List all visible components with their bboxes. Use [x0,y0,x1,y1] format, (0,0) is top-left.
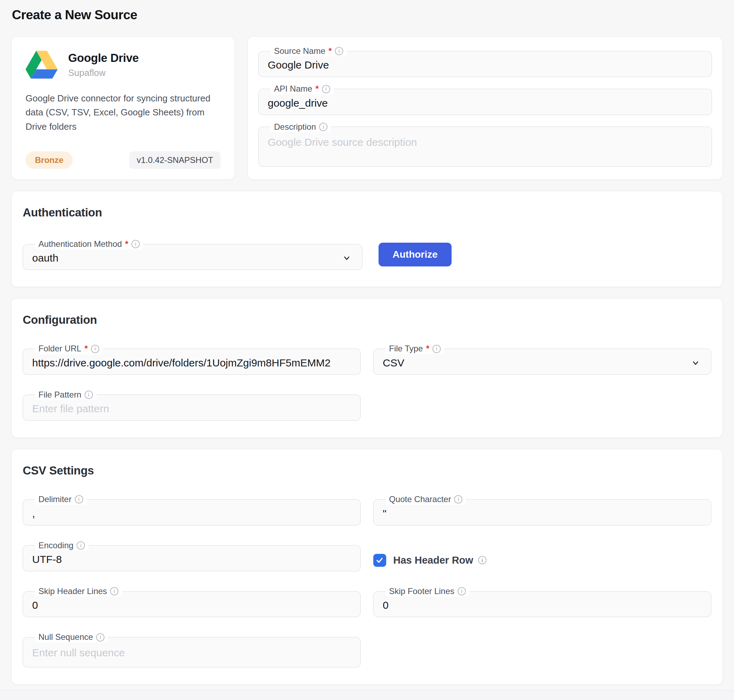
skip-header-lines-field: Skip Header Lines [23,586,361,617]
source-name-field: Source Name * [258,46,712,77]
delimiter-field: Delimiter [23,494,361,525]
info-icon[interactable] [319,123,327,131]
info-icon[interactable] [131,240,140,248]
info-icon[interactable] [322,85,330,93]
checkmark-icon [375,556,384,565]
api-name-field: API Name * [258,84,712,115]
has-header-row-checkbox[interactable] [373,554,386,567]
tier-badge: Bronze [25,151,73,169]
connector-titles: Google Drive Supaflow [68,51,139,78]
delimiter-input[interactable] [31,505,352,522]
info-icon[interactable] [454,495,462,503]
info-icon[interactable] [76,541,85,550]
field-label-text: Skip Header Lines [38,587,107,596]
null-sequence-label: Null Sequence [35,632,108,642]
page-footer-divider [0,690,734,700]
configuration-heading: Configuration [23,313,711,326]
file-type-value: CSV [383,357,404,369]
encoding-label: Encoding [35,540,88,551]
connector-footer: Bronze v1.0.42-SNAPSHOT [25,151,220,169]
auth-method-field: Authentication Method * oauth [23,239,363,270]
field-label-text: Folder URL [38,344,81,353]
skip-footer-lines-input[interactable] [382,597,703,613]
source-name-label: Source Name * [270,46,347,56]
configuration-section: Configuration Folder URL * File Type * C… [11,298,723,438]
required-marker: * [426,344,429,353]
required-marker: * [85,344,88,353]
file-pattern-input[interactable] [31,400,352,417]
folder-url-input[interactable] [31,354,352,371]
field-label-text: Null Sequence [38,632,93,642]
field-label-text: Has Header Row [393,554,473,566]
quote-character-field: Quote Character [373,494,711,525]
auth-method-select[interactable]: oauth [31,249,354,266]
connector-name: Google Drive [68,51,139,65]
chevron-down-icon [691,358,700,368]
info-icon[interactable] [458,587,466,596]
configuration-grid: Folder URL * File Type * CSV [23,343,711,421]
csv-settings-heading: CSV Settings [23,464,711,477]
required-marker: * [329,47,332,56]
encoding-input[interactable] [31,551,352,568]
null-sequence-textarea[interactable] [31,643,352,664]
file-type-select[interactable]: CSV [382,354,703,371]
csv-settings-section: CSV Settings Delimiter Quote Character E… [11,449,723,685]
auth-method-value: oauth [32,252,59,264]
field-label-text: File Pattern [38,390,81,399]
skip-footer-lines-label: Skip Footer Lines [386,586,470,597]
delimiter-label: Delimiter [35,494,87,504]
file-type-label: File Type * [386,343,444,354]
required-marker: * [315,84,319,93]
skip-header-lines-input[interactable] [31,597,352,613]
field-label-text: Description [274,122,316,131]
file-pattern-label: File Pattern [35,390,97,400]
info-icon[interactable] [432,345,441,353]
info-icon[interactable] [110,587,119,596]
description-field: Description [258,122,712,167]
has-header-row-option: Has Header Row [373,554,711,567]
folder-url-field: Folder URL * [23,343,361,375]
file-type-field: File Type * CSV [373,343,711,375]
quote-character-label: Quote Character [386,494,466,504]
info-icon[interactable] [85,391,93,399]
authorize-button[interactable]: Authorize [379,243,452,266]
null-sequence-field: Null Sequence [23,632,361,667]
top-row: Google Drive Supaflow Google Drive conne… [11,36,723,180]
field-label-text: Encoding [38,541,73,550]
field-label-text: Source Name [274,47,325,56]
skip-header-lines-label: Skip Header Lines [35,586,122,597]
google-drive-icon [25,51,58,79]
api-name-input[interactable] [267,94,703,111]
chevron-down-icon [342,253,352,263]
connector-header: Google Drive Supaflow [25,51,220,79]
encoding-field: Encoding [23,540,361,571]
authentication-heading: Authentication [23,206,711,219]
auth-method-label: Authentication Method * [35,239,143,249]
field-label-text: Quote Character [389,495,451,504]
description-label: Description [270,122,331,132]
source-identity-card: Source Name * API Name * Description [247,36,723,180]
api-name-label: API Name * [270,84,334,94]
source-name-input[interactable] [267,56,703,73]
connector-description: Google Drive connector for syncing struc… [25,91,220,134]
info-icon[interactable] [75,495,83,503]
info-icon[interactable] [335,47,343,55]
quote-character-input[interactable] [382,505,703,522]
authentication-section: Authentication Authentication Method * o… [11,191,723,287]
file-pattern-field: File Pattern [23,390,361,421]
field-label-text: File Type [389,344,423,353]
folder-url-label: Folder URL * [35,343,103,354]
connector-card: Google Drive Supaflow Google Drive conne… [11,36,235,180]
skip-footer-lines-field: Skip Footer Lines [373,586,711,617]
connector-vendor: Supaflow [68,68,139,78]
field-label-text: Skip Footer Lines [389,587,454,596]
authentication-row: Authentication Method * oauth Authorize [23,239,711,270]
page-title: Create a New Source [12,8,723,22]
has-header-row-label: Has Header Row [393,554,487,566]
version-badge: v1.0.42-SNAPSHOT [129,151,220,169]
field-label-text: Delimiter [38,495,72,504]
description-textarea[interactable] [267,132,703,163]
info-icon[interactable] [96,633,104,642]
info-icon[interactable] [478,556,487,564]
info-icon[interactable] [91,345,99,353]
